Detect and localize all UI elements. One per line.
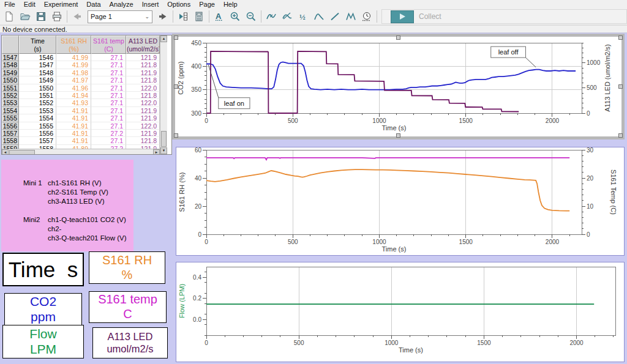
table-cell[interactable]: 41.96	[56, 84, 91, 92]
table-cell[interactable]: 121.9	[126, 54, 160, 61]
statistics-button[interactable]	[343, 9, 359, 24]
table-cell[interactable]: 122.0	[126, 84, 160, 92]
row-number-cell[interactable]: 1554	[2, 107, 19, 114]
row-number-cell[interactable]: 1548	[2, 61, 19, 69]
table-cell[interactable]: 41.91	[56, 122, 91, 130]
scroll-left-button[interactable]: ◄	[2, 149, 9, 155]
table-cell[interactable]: 1550	[19, 84, 56, 92]
menu-item-options[interactable]: Options	[163, 1, 195, 8]
table-cell[interactable]: 1557	[19, 137, 56, 144]
column-header[interactable]: S161 RH(%)	[56, 35, 91, 54]
scroll-down-button[interactable]: ▼	[160, 147, 167, 154]
column-header[interactable]: A113 LED(umol/m2/s)	[126, 35, 160, 54]
examine-button[interactable]	[263, 9, 279, 24]
table-cell[interactable]: 41.98	[56, 69, 91, 76]
table-cell[interactable]: 1546	[19, 54, 56, 61]
column-header[interactable]: S161 temp(C)	[91, 35, 126, 54]
zoom-out-button[interactable]	[243, 9, 259, 24]
menu-item-data[interactable]: Data	[82, 1, 105, 8]
row-number-cell[interactable]: 1552	[2, 92, 19, 99]
channel-note[interactable]: Mini 1ch1-S161 RH (V)ch2-S161 Temp (V)ch…	[1, 160, 133, 251]
row-number-cell[interactable]: 1547	[2, 54, 19, 61]
h-scroll-thumb[interactable]	[9, 150, 35, 155]
table-cell[interactable]: 121.9	[126, 114, 160, 122]
row-number-cell[interactable]: 1557	[2, 130, 19, 137]
table-cell[interactable]: 27.2	[91, 130, 126, 137]
flow-graph[interactable]: 0.00.20.40500100015002000Flow (LPM)Time …	[176, 262, 625, 362]
h-scrollbar[interactable]: ◄►	[2, 149, 160, 155]
zoom-in-button[interactable]	[227, 9, 243, 24]
row-number-cell[interactable]: 1558	[2, 137, 19, 144]
rh-label-box[interactable]: S161 RH %	[89, 251, 165, 284]
table-cell[interactable]: 27.1	[91, 107, 126, 114]
table-cell[interactable]: 1551	[19, 92, 56, 99]
row-number-cell[interactable]: 1550	[2, 76, 19, 84]
menu-item-page[interactable]: Page	[195, 1, 219, 8]
selection-handle[interactable]	[618, 133, 623, 138]
menu-item-edit[interactable]: Edit	[20, 1, 40, 8]
selection-handle[interactable]	[174, 133, 178, 138]
next-page-button[interactable]	[155, 9, 171, 24]
table-cell[interactable]: 121.8	[126, 76, 160, 84]
text-annotation-button[interactable]: A	[211, 9, 227, 24]
table-cell[interactable]: 27.1	[91, 69, 126, 76]
table-cell[interactable]: 1549	[19, 76, 56, 84]
flow-label-box[interactable]: Flow LPM	[2, 325, 84, 358]
table-cell[interactable]: 1556	[19, 130, 56, 137]
linear-fit-button[interactable]	[327, 9, 343, 24]
table-cell[interactable]: 41.99	[56, 54, 91, 61]
selection-handle[interactable]	[396, 133, 400, 138]
table-cell[interactable]: 27.1	[91, 137, 126, 144]
table-cell[interactable]: 121.9	[126, 107, 160, 114]
table-cell[interactable]: 41.97	[56, 76, 91, 84]
table-cell[interactable]: 27.1	[91, 114, 126, 122]
collect-button[interactable]	[391, 10, 414, 23]
table-cell[interactable]: 121.9	[126, 130, 160, 137]
table-cell[interactable]: 41.99	[56, 61, 91, 69]
print-button[interactable]	[49, 9, 65, 24]
v-scroll-track[interactable]	[160, 42, 167, 130]
interpolate-button[interactable]: ½	[295, 9, 311, 24]
v-scroll-thumb[interactable]	[161, 131, 167, 147]
table-cell[interactable]: 121.8	[126, 61, 160, 69]
table-cell[interactable]: 27.1	[91, 99, 126, 106]
table-cell[interactable]: 1552	[19, 99, 56, 106]
row-number-cell[interactable]: 1553	[2, 99, 19, 106]
table-cell[interactable]: 41.91	[56, 137, 91, 144]
menu-item-experiment[interactable]: Experiment	[40, 1, 83, 8]
table-cell[interactable]: 27.1	[91, 54, 126, 61]
data-table[interactable]: Time(s)S161 RH(%)S161 temp(C)A113 LED(um…	[1, 35, 172, 155]
selection-handle[interactable]	[618, 84, 623, 89]
menu-item-insert[interactable]: Insert	[138, 1, 163, 8]
table-cell[interactable]: 121.9	[126, 69, 160, 76]
v-scrollbar[interactable]: ▲▼	[160, 35, 167, 154]
menu-item-analyze[interactable]: Analyze	[105, 1, 138, 8]
co2-led-graph[interactable]: 300350400450050010000500100015002000CO2 …	[172, 34, 625, 139]
table-cell[interactable]: 121.8	[126, 137, 160, 144]
selection-handle[interactable]	[174, 84, 178, 89]
row-number-cell[interactable]: 1556	[2, 122, 19, 130]
table-cell[interactable]: 1547	[19, 61, 56, 69]
menu-item-file[interactable]: File	[0, 1, 20, 8]
table-cell[interactable]: 1553	[19, 107, 56, 114]
table-cell[interactable]: 1548	[19, 69, 56, 76]
time-label-box[interactable]: Time s	[2, 253, 84, 286]
selection-handle[interactable]	[396, 35, 400, 40]
rh-temp-graph[interactable]: 020406001020300500100015002000S161 RH (%…	[176, 147, 625, 256]
scroll-up-button[interactable]: ▲	[160, 35, 167, 42]
data-collection-setup-button[interactable]	[359, 9, 375, 24]
row-number-cell[interactable]: 1555	[2, 114, 19, 122]
table-cell[interactable]: 1554	[19, 114, 56, 122]
table-cell[interactable]: 122.0	[126, 99, 160, 106]
page-selector[interactable]: Page 1⌄	[88, 10, 152, 23]
table-cell[interactable]: 1555	[19, 122, 56, 130]
table-cell[interactable]: 27.1	[91, 76, 126, 84]
table-cell[interactable]: 27.1	[91, 122, 126, 130]
table-cell[interactable]: 41.94	[56, 92, 91, 99]
temp-label-box[interactable]: S161 temp C	[89, 291, 167, 323]
calculator-button[interactable]	[191, 9, 207, 24]
menu-item-help[interactable]: Help	[219, 1, 242, 8]
curve-fit-button[interactable]	[311, 9, 327, 24]
save-file-button[interactable]	[33, 9, 49, 24]
co2-label-box[interactable]: CO2 ppm	[4, 293, 82, 325]
